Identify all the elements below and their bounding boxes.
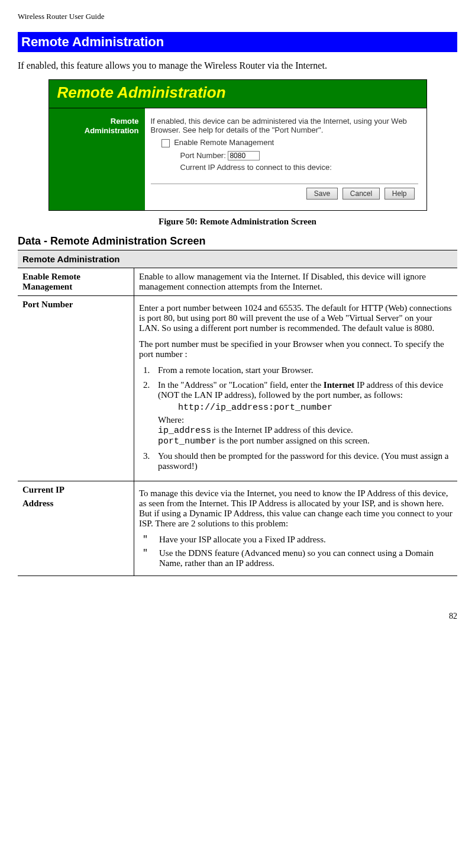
page-number: 82 [18,612,457,621]
where-port-tail: is the port number assigned on this scre… [217,436,370,445]
figure-content: If enabled, this device can be administe… [145,108,426,210]
port-step-1: From a remote location, start your Brows… [152,365,453,375]
row-enable-desc: Enable to allow management via the Inter… [134,268,458,295]
port-step-3: You should then be prompted for the pass… [152,451,453,471]
document-header: Wireless Router User Guide [18,12,457,21]
figure-screenshot: Remote Administration RemoteAdministrati… [49,79,427,211]
row-currentip-label: Current IP Address [18,481,134,576]
row-enable-label: Enable Remote Management [18,268,134,295]
where-ip-line: ip_address is the Internet IP address of… [158,425,453,436]
data-section-heading: Data - Remote Administration Screen [18,235,457,247]
port-number-label: Port Number: [180,151,226,160]
figure-divider [151,184,418,184]
port-number-input[interactable] [228,151,260,160]
port-step-2: In the "Address" or "Location" field, en… [152,380,453,446]
port-paragraph-1: Enter a port number between 1024 and 655… [139,303,453,333]
figure-container: Remote Administration RemoteAdministrati… [18,79,457,211]
figure-button-row: Save Cancel Help [151,188,418,204]
row-currentip-label-1: Current IP [22,485,129,495]
table-header-cell: Remote Administration [18,250,457,268]
where-ip-tail: is the Internet IP address of this devic… [211,425,353,435]
enable-remote-checkbox[interactable] [161,139,170,147]
currentip-bullet-1: Have your ISP allocate you a Fixed IP ad… [139,535,453,545]
currentip-bullets: Have your ISP allocate you a Fixed IP ad… [139,535,453,568]
figure-sidebar-label: RemoteAdministration [55,117,139,135]
port-step-2-text-a: In the "Address" or "Location" field, en… [158,380,324,390]
section-title: Remote Administration [18,32,457,52]
row-port-desc: Enter a port number between 1024 and 655… [134,295,458,481]
table-row: Enable Remote Management Enable to allow… [18,268,457,295]
enable-remote-checkbox-row: Enable Remote Management [161,138,418,147]
row-port-label: Port Number [18,295,134,481]
table-row: Port Number Enter a port number between … [18,295,457,481]
port-step-2-bold: Internet [324,380,355,390]
row-currentip-label-2: Address [22,499,129,509]
enable-remote-checkbox-label: Enable Remote Management [174,138,274,147]
port-paragraph-2: The port number must be specified in you… [139,339,453,359]
where-port-line: port_number is the port number assigned … [158,436,453,446]
save-button[interactable]: Save [306,188,338,200]
table-header-row: Remote Administration [18,250,457,268]
current-ip-row: Current IP Address to connect to this de… [180,163,418,172]
cancel-button[interactable]: Cancel [342,188,380,200]
help-button[interactable]: Help [384,188,415,200]
figure-caption: Figure 50: Remote Administration Screen [18,217,457,227]
currentip-paragraph: To manage this device via the Internet, … [139,488,453,529]
port-steps-list: From a remote location, start your Brows… [139,365,453,471]
port-step-2-code: http://ip_address:port_number [178,403,453,413]
figure-help-text: If enabled, this device can be administe… [151,117,418,134]
table-row: Current IP Address To manage this device… [18,481,457,576]
where-ip-code: ip_address [158,426,211,436]
figure-title-bar: Remote Administration [49,80,426,108]
figure-body: RemoteAdministration If enabled, this de… [49,108,426,210]
currentip-bullet-2: Use the DDNS feature (Advanced menu) so … [139,548,453,568]
figure-sidebar: RemoteAdministration [49,108,145,210]
data-table: Remote Administration Enable Remote Mana… [18,250,457,576]
where-label: Where: [158,415,453,425]
port-number-row: Port Number: [180,151,418,160]
where-port-code: port_number [158,436,217,446]
row-currentip-desc: To manage this device via the Internet, … [134,481,458,576]
intro-paragraph: If enabled, this feature allows you to m… [18,60,457,71]
